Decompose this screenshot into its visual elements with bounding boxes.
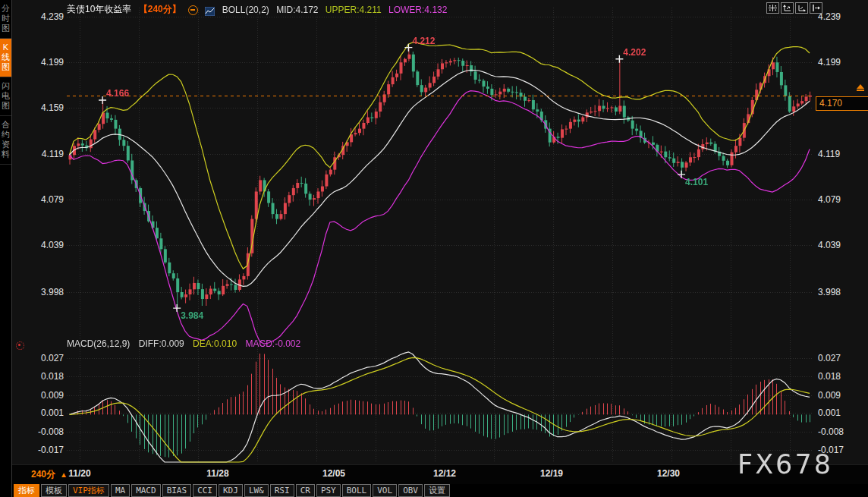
chevron-up-icon: ▲ <box>60 470 68 479</box>
y-axis-label-right: 0.027 <box>818 353 856 363</box>
macd-diff-value: DIFF:0.009 <box>139 338 184 349</box>
toolbar-button-1[interactable]: 模板 <box>41 484 67 497</box>
zoom-vertical-icon[interactable] <box>781 2 794 14</box>
sidebar-tab-1[interactable]: K线图 <box>0 39 11 77</box>
boll-param-label: BOLL(20,2) <box>222 5 269 15</box>
y-axis-label-left: 4.039 <box>32 240 64 250</box>
chart-canvas[interactable] <box>67 0 813 464</box>
y-axis-label-right: 4.039 <box>818 240 856 250</box>
current-price-badge: 4.170 <box>816 96 868 111</box>
pan-right-icon[interactable] <box>810 2 822 14</box>
toolbar-button-11[interactable]: PSY <box>316 484 341 497</box>
macd-dea-value: DEA:0.010 <box>193 338 237 349</box>
toolbar-button-2[interactable]: VIP指标 <box>68 484 109 497</box>
toolbar-button-14[interactable]: OBV <box>398 484 423 497</box>
crosshair-icon[interactable] <box>766 2 779 14</box>
price-annotation-4.101: 4.101 <box>685 177 708 187</box>
y-axis-label-right: 0.009 <box>818 390 856 401</box>
macd-header: MACD(26,12,9) DIFF:0.009 DEA:0.010 MACD:… <box>67 338 307 349</box>
y-axis-label-right: 4.119 <box>818 149 856 159</box>
y-axis-label-left: 0.001 <box>32 407 64 418</box>
indicator-chart-icon <box>205 7 215 16</box>
x-axis-tick: 11/20 <box>68 468 90 479</box>
y-axis-label-left: 4.079 <box>32 194 64 205</box>
y-axis-label-left: 4.159 <box>32 102 64 113</box>
indicator-toolbar: 指标模板VIP指标MAMACDBIASCCIKDJLW&RSICRPSYBOLL… <box>12 484 868 497</box>
y-axis-label-right: 4.079 <box>818 194 856 205</box>
y-axis-label-left: 3.998 <box>32 287 64 297</box>
price-annotation-4.212: 4.212 <box>412 36 435 46</box>
sidebar-tab-3[interactable]: 合约资料 <box>0 116 11 165</box>
toolbar-button-10[interactable]: CR <box>296 484 315 497</box>
trading-app-window: 分时图K线图闪电图合约资料 美债10年收益率 【240分】 BOLL(20,2)… <box>0 0 868 497</box>
boll-lower-value: LOWER:4.132 <box>388 5 447 15</box>
y-axis-label-right: 4.199 <box>818 57 856 68</box>
toolbar-button-13[interactable]: VOL <box>373 484 397 497</box>
period-selector[interactable]: 240分▲ <box>31 468 68 481</box>
toolbar-button-12[interactable]: BOLL <box>342 484 372 497</box>
toolbar-button-3[interactable]: MA <box>111 484 130 497</box>
x-axis-tick: 12/12 <box>433 468 456 479</box>
macd-settings-icon[interactable] <box>16 341 24 350</box>
y-axis-label-right: 0.001 <box>818 407 856 418</box>
collapse-icon[interactable] <box>188 5 198 15</box>
price-annotation-4.202: 4.202 <box>623 47 646 58</box>
x-axis-tick: 12/05 <box>322 468 345 479</box>
y-axis-label-left: 4.119 <box>32 149 64 159</box>
y-axis-label-right: -0.008 <box>818 426 856 437</box>
current-price-marker-icon <box>857 84 864 91</box>
price-annotation-3.984: 3.984 <box>181 310 203 321</box>
period-label: 【240分】 <box>139 4 181 14</box>
macd-hist-value: MACD:-0.002 <box>245 338 300 349</box>
price-annotation-4.166: 4.166 <box>106 88 129 99</box>
sidebar-tab-0[interactable]: 分时图 <box>0 0 11 39</box>
left-tab-strip: 分时图K线图闪电图合约资料 <box>0 0 12 497</box>
chart-title-bar: 美债10年收益率 【240分】 BOLL(20,2) MID:4.172 UPP… <box>67 3 451 15</box>
macd-param-label: MACD(26,12,9) <box>67 338 130 349</box>
chart-tool-buttons <box>766 2 822 14</box>
y-axis-label-right: 3.998 <box>818 287 856 297</box>
toolbar-button-0[interactable]: 指标 <box>14 484 39 497</box>
x-axis-tick: 12/30 <box>657 468 680 479</box>
toolbar-button-8[interactable]: LW& <box>244 484 269 497</box>
sidebar-tab-2[interactable]: 闪电图 <box>0 77 11 116</box>
y-axis-label-left: 4.239 <box>32 11 64 22</box>
y-axis-label-right: 0.018 <box>818 371 856 382</box>
boll-upper-value: UPPER:4.211 <box>326 5 382 15</box>
y-axis-label-left: 4.199 <box>32 57 64 68</box>
toolbar-button-4[interactable]: MACD <box>131 484 161 497</box>
toolbar-button-5[interactable]: BIAS <box>162 484 192 497</box>
zoom-horizontal-icon[interactable] <box>795 2 808 14</box>
boll-mid-value: MID:4.172 <box>276 5 318 15</box>
toolbar-button-15[interactable]: 设置 <box>424 484 450 497</box>
y-axis-label-left: 0.027 <box>32 353 64 363</box>
instrument-title: 美债10年收益率 <box>67 4 131 14</box>
y-axis-label-left: 0.009 <box>32 390 64 401</box>
y-axis-label-left: -0.017 <box>32 445 64 455</box>
y-axis-label-left: -0.008 <box>32 426 64 437</box>
x-axis-tick: 12/19 <box>540 468 563 479</box>
period-selector-label: 240分 <box>31 469 55 480</box>
y-axis-label-right: 4.239 <box>818 11 856 22</box>
y-axis-label-left: 0.018 <box>32 371 64 382</box>
watermark: FX678 <box>737 449 833 480</box>
toolbar-button-9[interactable]: RSI <box>270 484 294 497</box>
x-axis-tick: 11/28 <box>206 468 228 479</box>
toolbar-button-6[interactable]: CCI <box>193 484 217 497</box>
toolbar-button-7[interactable]: KDJ <box>219 484 243 497</box>
